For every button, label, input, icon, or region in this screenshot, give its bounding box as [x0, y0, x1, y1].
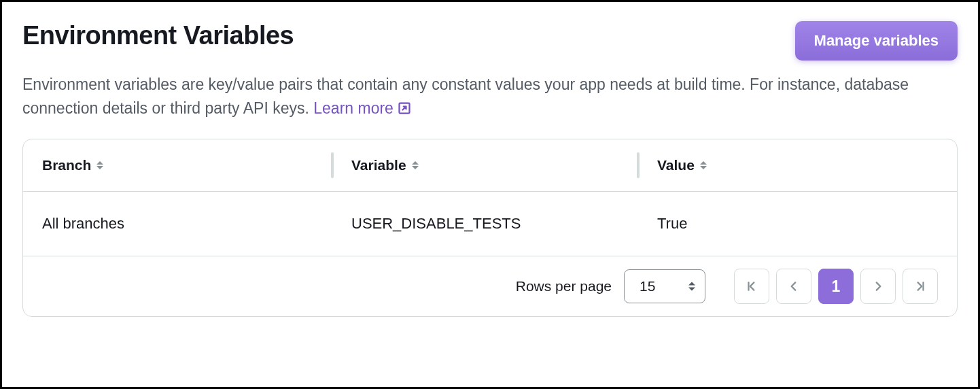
- manage-variables-button[interactable]: Manage variables: [795, 21, 958, 61]
- page-title: Environment Variables: [22, 21, 294, 50]
- column-header-label: Value: [657, 157, 695, 173]
- column-header-branch[interactable]: Branch: [23, 139, 332, 191]
- pagination-page-1[interactable]: 1: [818, 269, 854, 304]
- description-body: Environment variables are key/value pair…: [22, 75, 909, 117]
- rows-per-page-label: Rows per page: [516, 278, 612, 294]
- pagination-first-button[interactable]: [734, 269, 769, 304]
- cell-variable: USER_DISABLE_TESTS: [332, 192, 638, 256]
- sort-icon: [700, 159, 710, 171]
- pagination-controls: 1: [734, 269, 938, 304]
- pagination-next-button[interactable]: [860, 269, 896, 304]
- env-variables-table: Branch Variable Value: [22, 139, 958, 317]
- chevron-first-icon: [746, 280, 758, 292]
- rows-per-page-select[interactable]: 15: [624, 269, 705, 303]
- column-header-variable[interactable]: Variable: [332, 139, 638, 191]
- chevron-last-icon: [914, 280, 926, 292]
- table-row: All branches USER_DISABLE_TESTS True: [23, 192, 957, 256]
- cell-value: True: [638, 192, 957, 256]
- rows-per-page-value: 15: [640, 278, 655, 294]
- table-header-row: Branch Variable Value: [23, 139, 957, 192]
- learn-more-link[interactable]: Learn more: [313, 97, 411, 120]
- cell-branch: All branches: [23, 192, 332, 256]
- select-arrows-icon: [688, 282, 695, 291]
- external-link-icon: [398, 101, 411, 115]
- column-header-value[interactable]: Value: [638, 139, 957, 191]
- description-text: Environment variables are key/value pair…: [22, 73, 958, 120]
- chevron-right-icon: [872, 280, 884, 292]
- chevron-left-icon: [788, 280, 800, 292]
- sort-icon: [97, 159, 106, 171]
- table-footer: Rows per page 15: [23, 256, 957, 316]
- pagination-prev-button[interactable]: [776, 269, 811, 304]
- sort-icon: [412, 159, 421, 171]
- pagination-last-button[interactable]: [903, 269, 938, 304]
- column-header-label: Branch: [42, 157, 91, 173]
- column-header-label: Variable: [351, 157, 406, 173]
